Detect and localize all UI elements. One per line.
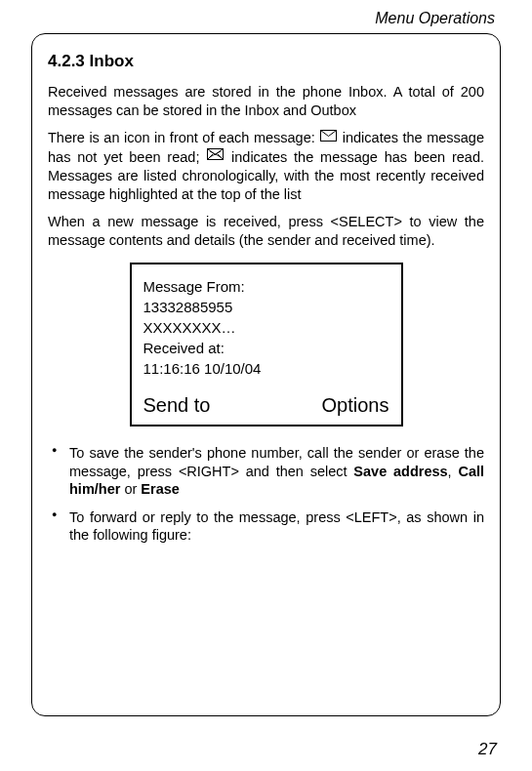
bullet-item-forward: To forward or reply to the message, pres… bbox=[48, 508, 484, 545]
msg-from-number: 13332885955 bbox=[143, 299, 389, 315]
msg-body: XXXXXXXX… bbox=[143, 319, 389, 336]
softkey-left: Send to bbox=[143, 394, 211, 417]
softkey-right: Options bbox=[322, 394, 389, 417]
read-icon bbox=[207, 146, 224, 165]
bullet1-sep2: or bbox=[120, 481, 141, 497]
msg-received-label: Received at: bbox=[143, 340, 389, 356]
unread-icon bbox=[320, 128, 337, 146]
content-frame: 4.2.3 Inbox Received messages are stored… bbox=[31, 33, 501, 716]
bullet-list: To save the sender's phone number, call … bbox=[48, 444, 484, 545]
bullet1-erase: Erase bbox=[141, 481, 180, 497]
paragraph-select: When a new message is received, press <S… bbox=[48, 213, 484, 249]
page-number: 27 bbox=[478, 740, 497, 759]
msg-received-time: 11:16:16 10/10/04 bbox=[143, 360, 389, 377]
paragraph-icons: There is an icon in front of each messag… bbox=[48, 129, 484, 203]
bullet-item-save: To save the sender's phone number, call … bbox=[48, 444, 484, 499]
message-display-box: Message From: 13332885955 XXXXXXXX… Rece… bbox=[130, 263, 403, 426]
msg-from-label: Message From: bbox=[143, 278, 389, 295]
para2-part-a: There is an icon in front of each messag… bbox=[48, 130, 319, 145]
page-header: Menu Operations bbox=[31, 10, 501, 27]
bullet1-save-address: Save address bbox=[353, 464, 447, 479]
paragraph-intro: Received messages are stored in the phon… bbox=[48, 83, 484, 119]
bullet1-sep1: , bbox=[448, 464, 459, 479]
section-title: 4.2.3 Inbox bbox=[48, 52, 484, 71]
